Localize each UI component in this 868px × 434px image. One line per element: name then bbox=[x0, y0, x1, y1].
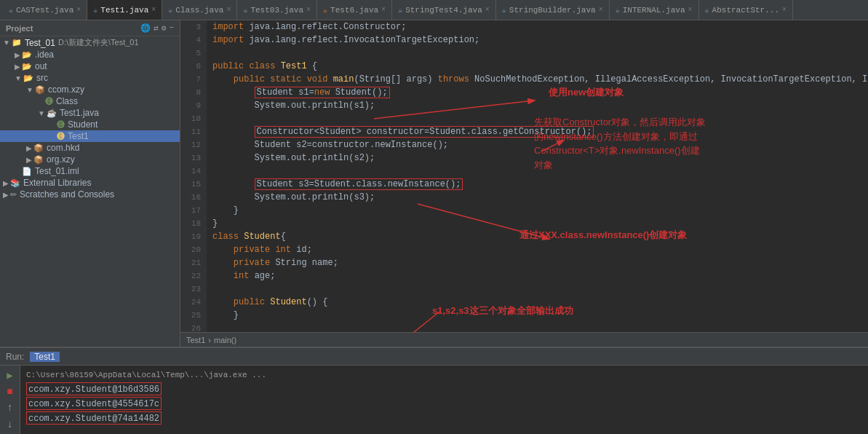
class-icon-class: 🅒 bbox=[45, 97, 53, 106]
sidebar-icon-minus[interactable]: − bbox=[169, 23, 174, 33]
tree-item-comhkd[interactable]: ▶ 📦 com.hkd bbox=[0, 142, 180, 154]
tab-close-test6[interactable]: × bbox=[381, 6, 386, 14]
tab-close-internal[interactable]: × bbox=[688, 6, 693, 14]
tab-label: StringBuilder.java bbox=[509, 6, 596, 15]
run-header: Run: Test1 bbox=[0, 348, 868, 366]
tab-internal[interactable]: ☕ INTERNAL.java × bbox=[610, 0, 699, 20]
tree-label-src: src bbox=[36, 73, 48, 83]
run-play-button[interactable]: ▶ bbox=[3, 368, 17, 382]
folder-icon-out: 📂 bbox=[22, 62, 32, 71]
tree-item-orgxzy[interactable]: ▶ 📦 org.xzy bbox=[0, 154, 180, 165]
run-scroll-up[interactable]: ↑ bbox=[3, 401, 17, 415]
tree-arrow-idea: ▶ bbox=[15, 51, 20, 59]
lib-icon: 📚 bbox=[10, 178, 20, 188]
package-icon-ccom: 📦 bbox=[35, 85, 45, 95]
tab-test6[interactable]: ☕ Test6.java × bbox=[317, 0, 392, 20]
tab-close-class[interactable]: × bbox=[226, 6, 231, 14]
tree-arrow-extlib: ▶ bbox=[3, 179, 9, 187]
code-line-6: public class Test1 { bbox=[212, 60, 862, 73]
tree-item-idea[interactable]: ▶ 📂 .idea bbox=[0, 49, 180, 60]
tab-class[interactable]: ☕ Class.java × bbox=[162, 0, 237, 20]
run-output-line-2: ccom.xzy.Student@4554617c bbox=[26, 397, 162, 410]
package-icon-comhkd: 📦 bbox=[33, 143, 44, 153]
tab-close-abstractstr[interactable]: × bbox=[782, 6, 787, 14]
tree-label-class: Class bbox=[56, 96, 78, 106]
tab-stringbuilder[interactable]: ☕ StringBuilder.java × bbox=[496, 0, 610, 20]
run-sidebar: ▶ ■ ↑ ↓ bbox=[0, 366, 20, 434]
tree-item-extlib[interactable]: ▶ 📚 External Libraries bbox=[0, 177, 180, 189]
main-area: Project 🌐 ⇄ ⚙ − ▼ 📁 Test_01 D:\新建文件夹\Tes… bbox=[0, 20, 868, 347]
line-numbers: 34567 89101112 1314151617 1819202122 232… bbox=[180, 20, 207, 332]
tab-close-test1[interactable]: × bbox=[151, 6, 156, 14]
tree-label-idea: .idea bbox=[35, 50, 54, 60]
tree-label-test1class: Test1 bbox=[68, 131, 89, 141]
tree-label-student: Student bbox=[68, 119, 97, 130]
editor-area: 34567 89101112 1314151617 1819202122 232… bbox=[180, 20, 868, 347]
annotation-3: 通过XXX.class.newInstance()创建对象 bbox=[519, 229, 687, 242]
tree-arrow-comhkd: ▶ bbox=[26, 144, 32, 152]
tree-item-test1java[interactable]: ▼ ☕ Test1.java bbox=[0, 107, 180, 119]
folder-icon-src: 📂 bbox=[23, 74, 33, 83]
tree-arrow-root: ▼ bbox=[3, 39, 10, 47]
code-content[interactable]: import java.lang.reflect.Constructor; im… bbox=[207, 20, 868, 332]
tab-label: INTERNAL.java bbox=[623, 6, 685, 15]
code-line-16: System.out.println(s3); bbox=[212, 191, 862, 204]
tab-label: Test1.java bbox=[100, 6, 148, 15]
tree-item-root[interactable]: ▼ 📁 Test_01 D:\新建文件夹\Test_01 bbox=[0, 36, 180, 49]
package-icon-orgxzy: 📦 bbox=[33, 155, 44, 165]
tab-abstractstr[interactable]: ☕ AbstractStr... × bbox=[699, 0, 793, 20]
breadcrumb-main[interactable]: main() bbox=[214, 336, 236, 344]
tab-stringtest4[interactable]: ☕ StringTest4.java × bbox=[392, 0, 496, 20]
tree-item-iml[interactable]: ▶ 📄 Test_01.iml bbox=[0, 165, 180, 177]
sidebar-icon-gear[interactable]: ⚙ bbox=[162, 23, 167, 33]
tab-close-stringtest4[interactable]: × bbox=[485, 6, 490, 14]
breadcrumb-bar: Test1 › main() bbox=[180, 332, 868, 347]
tab-label: Test6.java bbox=[330, 6, 378, 15]
tree-arrow-out: ▶ bbox=[15, 63, 20, 71]
tab-castest[interactable]: ☕ CASTest.java × bbox=[3, 0, 87, 20]
code-line-22: int age; bbox=[212, 269, 862, 283]
class-icon-student: 🅒 bbox=[57, 120, 65, 129]
annotation-arrow-4 bbox=[389, 304, 447, 332]
code-line-8: Student s1=new Student(); bbox=[212, 86, 862, 99]
tab-test03[interactable]: ☕ Test03.java × bbox=[237, 0, 317, 20]
annotation-4: s1,s2,s3这三个对象全部输出成功 bbox=[432, 304, 573, 317]
sidebar-icon-globe[interactable]: 🌐 bbox=[140, 23, 151, 33]
run-content: ▶ ■ ↑ ↓ C:\Users\86159\AppData\Local\Tem… bbox=[0, 366, 868, 434]
tab-label: CASTest.java bbox=[16, 6, 73, 15]
run-scroll-down[interactable]: ↓ bbox=[3, 418, 17, 432]
run-tab-test1[interactable]: Test1 bbox=[30, 352, 60, 362]
code-line-23 bbox=[212, 283, 862, 296]
tab-bar: ☕ CASTest.java × ☕ Test1.java × ☕ Class.… bbox=[0, 0, 868, 20]
run-output[interactable]: C:\Users\86159\AppData\Local\Temp\...\ja… bbox=[20, 366, 868, 434]
run-output-line-1: ccom.xzy.Student@1b6d3586 bbox=[26, 382, 162, 395]
tree-label-root: Test_01 bbox=[25, 38, 55, 48]
tree-arrow-test1java: ▼ bbox=[38, 109, 45, 117]
tree-label-extlib: External Libraries bbox=[23, 178, 91, 188]
tree-item-scratches[interactable]: ▶ ✏ Scratches and Consoles bbox=[0, 189, 180, 200]
sidebar: Project 🌐 ⇄ ⚙ − ▼ 📁 Test_01 D:\新建文件夹\Tes… bbox=[0, 20, 180, 347]
folder-icon-root: 📁 bbox=[12, 38, 22, 47]
tree-label-ccom: ccom.xzy bbox=[48, 84, 84, 95]
tree-item-test1class[interactable]: ▶ 🅒 Test1 bbox=[0, 130, 180, 142]
run-stop-button[interactable]: ■ bbox=[3, 385, 17, 399]
sidebar-title: Project bbox=[6, 24, 33, 33]
tree-label-iml: Test_01.iml bbox=[35, 166, 79, 176]
tab-close-stringbuilder[interactable]: × bbox=[599, 6, 603, 14]
breadcrumb-test1[interactable]: Test1 bbox=[186, 336, 205, 344]
tab-test1[interactable]: ☕ Test1.java × bbox=[87, 0, 162, 20]
annotation-1: 使用new创建对象 bbox=[549, 86, 624, 99]
code-line-21: private String name; bbox=[212, 256, 862, 269]
tree-item-out[interactable]: ▶ 📂 out bbox=[0, 60, 180, 72]
tab-close-castest[interactable]: × bbox=[76, 6, 81, 14]
sidebar-icon-sync[interactable]: ⇄ bbox=[154, 23, 159, 33]
tree-item-class[interactable]: ▶ 🅒 Class bbox=[0, 95, 180, 107]
tree-item-student[interactable]: ▶ 🅒 Student bbox=[0, 119, 180, 130]
tree-item-src[interactable]: ▼ 📂 src bbox=[0, 72, 180, 84]
tab-label: StringTest4.java bbox=[405, 6, 482, 15]
tree-arrow-ccom: ▼ bbox=[26, 86, 33, 94]
tree-item-ccom[interactable]: ▼ 📦 ccom.xzy bbox=[0, 84, 180, 95]
tree-label-comhkd: com.hkd bbox=[47, 143, 79, 153]
iml-icon: 📄 bbox=[22, 167, 32, 176]
tab-close-test03[interactable]: × bbox=[306, 6, 311, 14]
